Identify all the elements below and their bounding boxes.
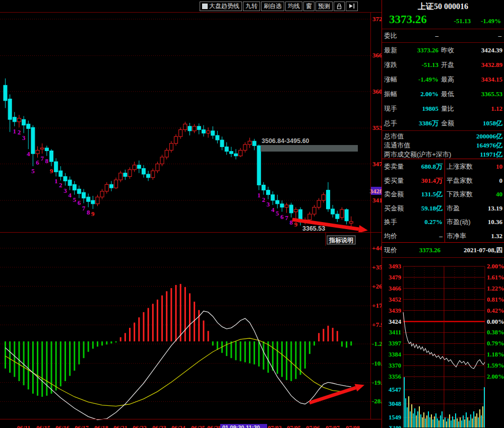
svg-text:0.81%: 0.81% xyxy=(487,296,504,303)
svg-text:2.00%: 2.00% xyxy=(487,373,504,380)
toolbar-item-nine-turn[interactable]: 九转 xyxy=(243,2,260,11)
svg-text:07/07: 07/07 xyxy=(326,424,339,428)
quote-row: 涨幅-1.49%最高3434.15 xyxy=(382,72,504,87)
field-value: 200006亿 xyxy=(476,132,502,141)
svg-text:4547: 4547 xyxy=(389,386,401,393)
svg-text:0.79%: 0.79% xyxy=(487,340,504,347)
svg-text:+26.37: +26.37 xyxy=(372,282,382,290)
svg-text:9: 9 xyxy=(91,210,95,218)
svg-text:9: 9 xyxy=(50,167,53,175)
toolbar-item-forecast[interactable]: 预测 xyxy=(316,2,333,11)
svg-text:3410: 3410 xyxy=(372,196,382,204)
separator xyxy=(382,130,504,131)
toolbar-item-window[interactable]: 窗 xyxy=(303,2,314,11)
order-stats-row: 委买量301.4万平盘家数0 xyxy=(382,174,504,188)
collapse-panel-icon[interactable] xyxy=(346,2,358,11)
svg-text:3048: 3048 xyxy=(389,400,401,407)
svg-text:3466: 3466 xyxy=(389,285,401,292)
svg-text:3397: 3397 xyxy=(389,340,401,347)
svg-text:3: 3 xyxy=(22,134,26,141)
svg-text:3370: 3370 xyxy=(389,362,401,369)
macd-histogram xyxy=(5,284,352,397)
order-stats-row: 均价–市净率1.32 xyxy=(382,229,504,243)
field-value: 0 xyxy=(499,174,503,188)
intraday-chart[interactable]: 34932.00%34791.61%34661.22%34520.81%3439… xyxy=(382,259,504,428)
checkbox-icon[interactable] xyxy=(202,4,208,9)
svg-text:3664: 3664 xyxy=(372,51,382,59)
field-value: 13.19 xyxy=(488,201,502,216)
box-divider xyxy=(445,159,445,243)
field-label: 开盘 xyxy=(441,57,454,72)
svg-text:2: 2 xyxy=(262,196,266,203)
svg-text:4: 4 xyxy=(68,191,72,199)
field-value: 19805 xyxy=(422,101,439,116)
svg-text:7: 7 xyxy=(82,204,86,212)
field-value: 10 xyxy=(496,160,502,174)
svg-text:1: 1 xyxy=(258,191,261,199)
svg-text:01 09:30-11:30: 01 09:30-11:30 xyxy=(222,424,260,428)
svg-text:3537: 3537 xyxy=(372,124,382,131)
macd-indicator-chart[interactable]: +44.61+35.49+26.37+17.04+7.91-1.21-10.54… xyxy=(0,233,382,428)
svg-text:6: 6 xyxy=(78,199,81,206)
svg-text:1: 1 xyxy=(13,127,17,135)
market-cap-row: 总市值200006亿 xyxy=(382,132,504,141)
field-label: 涨幅 xyxy=(384,72,397,87)
svg-text:3439: 3439 xyxy=(389,307,401,314)
svg-text:5: 5 xyxy=(31,167,35,175)
up-arrow-annotation xyxy=(309,384,364,403)
toolbar-item-refresh-watchlist[interactable]: 刷自选 xyxy=(261,2,284,11)
svg-text:07/05: 07/05 xyxy=(287,424,300,428)
svg-text:+17.04: +17.04 xyxy=(372,302,382,309)
svg-text:2.00%: 2.00% xyxy=(487,263,504,270)
svg-text:06/16: 06/16 xyxy=(55,424,69,428)
svg-text:8: 8 xyxy=(45,157,49,165)
svg-text:4: 4 xyxy=(27,150,30,158)
field-label: 最高 xyxy=(441,72,454,87)
svg-text:0.00%: 0.00% xyxy=(487,318,504,325)
date-label: 2021-07-08,四 xyxy=(464,243,502,257)
svg-text:06/17: 06/17 xyxy=(75,424,88,428)
svg-text:2: 2 xyxy=(59,181,62,189)
svg-text:06/11: 06/11 xyxy=(17,424,31,428)
svg-text:1.18%: 1.18% xyxy=(487,351,504,358)
svg-text:0.42%: 0.42% xyxy=(487,307,504,314)
field-label: 量比 xyxy=(441,101,454,116)
field-value: 3434.15 xyxy=(481,72,502,87)
svg-text:6: 6 xyxy=(280,213,284,221)
box-border-bottom xyxy=(382,242,504,243)
quote-row: 振幅2.00%最低3365.53 xyxy=(382,87,504,101)
svg-text:3479: 3479 xyxy=(389,274,401,281)
svg-text:8: 8 xyxy=(87,208,90,216)
quote-row: 总手3386万金额1058亿 xyxy=(382,116,504,130)
field-value: 40 xyxy=(496,187,502,201)
svg-text:3: 3 xyxy=(267,200,270,208)
kline-grid: 372836643601353734743410 xyxy=(0,15,382,204)
svg-text:07/02: 07/02 xyxy=(268,424,281,428)
box-border-top xyxy=(382,159,504,159)
svg-text:3384: 3384 xyxy=(389,351,402,358)
lock-icon[interactable] xyxy=(334,2,345,11)
field-label: 最低 xyxy=(441,87,454,101)
panel-divider xyxy=(0,232,382,233)
field-label: 买金额 xyxy=(384,201,404,216)
svg-text:6: 6 xyxy=(36,159,39,166)
weibi-label: 委比 xyxy=(384,29,397,42)
weibi-row: 委比 – – xyxy=(382,29,504,42)
svg-text:06/23: 06/23 xyxy=(152,424,166,428)
field-value: 2.00% xyxy=(420,87,438,101)
svg-text:4: 4 xyxy=(271,206,275,213)
svg-text:06/18: 06/18 xyxy=(94,424,108,428)
market-cap-row: 两市成交额(沪市+深市)11971亿 xyxy=(382,150,504,159)
field-label: 最新 xyxy=(384,43,397,57)
kline-chart[interactable]: 3728366436013537347434101234567891234567… xyxy=(0,13,382,233)
toolbar-item-ma[interactable]: 均线 xyxy=(285,2,302,11)
quote-panel: 上证50 000016 3373.26 -51.13 -1.49% 委比 – –… xyxy=(382,0,504,428)
field-value: 10.36 xyxy=(488,215,502,229)
price-change: -51.13 xyxy=(443,17,471,25)
field-value: 59.18亿 xyxy=(421,201,443,216)
toolbar: 大盘趋势线 九转 刷自选 均线 窗 预测 xyxy=(0,0,382,12)
svg-text:1: 1 xyxy=(54,177,58,185)
svg-text:3428: 3428 xyxy=(370,187,383,195)
toolbar-item-market-trendline[interactable]: 大盘趋势线 xyxy=(200,2,242,11)
field-value: 3386万 xyxy=(419,116,438,130)
